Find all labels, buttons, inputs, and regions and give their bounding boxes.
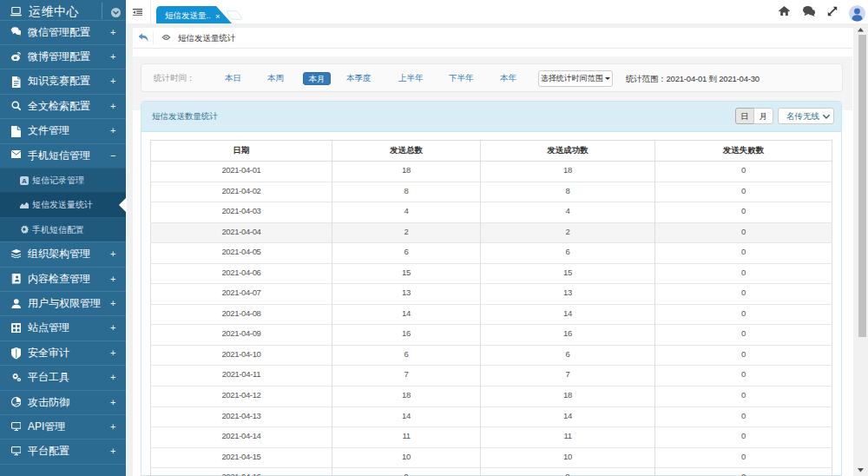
svg-text:×: ×	[215, 11, 220, 21]
svg-text:短信发送量..: 短信发送量..	[165, 10, 211, 20]
svg-text:A: A	[22, 177, 27, 185]
